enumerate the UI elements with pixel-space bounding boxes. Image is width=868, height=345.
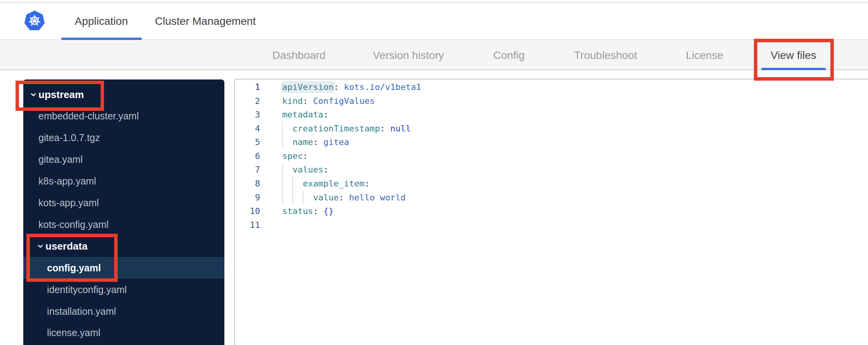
indent-guide — [282, 122, 283, 136]
code-line-7[interactable]: 7 values: — [235, 163, 868, 177]
tree-file-installation-yaml[interactable]: installation.yaml — [23, 300, 224, 322]
line-number: 10 — [235, 204, 260, 218]
code-line-9[interactable]: 9 value: hello world — [235, 191, 868, 205]
indent-guide — [303, 191, 304, 205]
code-token — [339, 82, 344, 92]
code-line-6[interactable]: 6spec: — [235, 149, 868, 163]
tree-file-identityconfig-yaml[interactable]: identityconfig.yaml — [23, 279, 224, 300]
code-token: spec — [282, 151, 303, 161]
file-tree-sidebar: upstreamembedded-cluster.yamlgitea-1.0.7… — [23, 79, 224, 345]
code-line-text: apiVersion: kots.io/v1beta1 — [282, 80, 868, 94]
line-number: 5 — [235, 135, 260, 149]
code-token: : — [323, 110, 328, 119]
code-token: values — [293, 165, 323, 174]
tab-troubleshoot[interactable]: Troubleshoot — [574, 41, 637, 69]
code-line-1[interactable]: 1apiVersion: kots.io/v1beta1 — [235, 80, 868, 94]
code-token — [282, 165, 293, 174]
tree-item-label: kots-app.yaml — [38, 197, 99, 209]
code-token — [318, 137, 323, 147]
code-token — [282, 124, 293, 133]
code-line-text: status: {} — [282, 204, 868, 218]
tree-item-label: gitea.yaml — [38, 154, 83, 165]
tree-item-label: k8s-app.yaml — [38, 176, 96, 187]
code-token: ConfigValues — [313, 96, 375, 106]
code-token: : — [333, 82, 339, 92]
tree-file-k8s-app-yaml[interactable]: k8s-app.yaml — [23, 171, 224, 192]
code-token: null — [390, 124, 411, 133]
tree-file-kots-app-yaml[interactable]: kots-app.yaml — [23, 192, 224, 214]
tab-cluster-management[interactable]: Cluster Management — [155, 3, 256, 40]
tab-dashboard[interactable]: Dashboard — [273, 41, 326, 69]
code-token — [282, 193, 313, 202]
annotation-box-view-files — [754, 39, 834, 81]
line-number: 4 — [235, 122, 260, 136]
code-token: name — [293, 137, 313, 147]
tree-item-label: embedded-cluster.yaml — [38, 110, 139, 122]
code-line-text: spec: — [282, 149, 868, 163]
line-number: 7 — [235, 163, 260, 177]
tab-application[interactable]: Application — [75, 3, 128, 40]
code-line-4[interactable]: 4 creationTimestamp: null — [235, 122, 868, 136]
code-line-text: values: — [282, 163, 868, 177]
annotation-box-upstream — [16, 81, 104, 111]
code-token: value — [313, 193, 339, 202]
file-content-editor[interactable]: 1apiVersion: kots.io/v1beta12kind: Confi… — [234, 79, 868, 345]
code-token: status — [282, 206, 313, 216]
code-line-text: creationTimestamp: null — [282, 122, 868, 136]
code-token: example_item — [303, 179, 365, 188]
indent-guide — [292, 177, 293, 191]
line-number: 6 — [235, 149, 260, 163]
code-token — [308, 96, 313, 106]
tree-item-label: kots-config.yaml — [38, 219, 109, 230]
line-number: 11 — [235, 218, 260, 232]
tab-config[interactable]: Config — [493, 41, 525, 69]
tab-license[interactable]: License — [686, 41, 724, 69]
code-token: : — [365, 179, 370, 188]
tab-version-history[interactable]: Version history — [373, 41, 444, 69]
tree-file-kots-config-yaml[interactable]: kots-config.yaml — [23, 214, 224, 235]
indent-guide — [282, 163, 283, 177]
tree-item-label: installation.yaml — [47, 306, 116, 317]
code-token: : — [323, 165, 328, 174]
code-token: kind — [282, 96, 303, 106]
code-token: : — [313, 206, 318, 216]
application-tab-active-underline — [61, 38, 142, 40]
code-token: metadata — [282, 110, 323, 119]
tree-file-license-yaml[interactable]: license.yaml — [23, 322, 224, 344]
code-line-10[interactable]: 10status: {} — [235, 204, 868, 218]
code-token: : — [380, 124, 385, 133]
line-number: 8 — [235, 177, 260, 191]
code-line-text: metadata: — [282, 108, 868, 122]
code-line-5[interactable]: 5 name: gitea — [235, 135, 868, 149]
annotation-box-userdata-config — [26, 234, 118, 282]
code-line-2[interactable]: 2kind: ConfigValues — [235, 94, 868, 108]
tree-item-label: identityconfig.yaml — [47, 284, 127, 295]
app-header: Application Cluster Management — [0, 3, 868, 40]
code-token: gitea — [323, 137, 349, 147]
tree-file-gitea-1-0-7-tgz[interactable]: gitea-1.0.7.tgz — [23, 127, 224, 149]
kots-admin-console: Application Cluster Management Dashboard… — [0, 0, 868, 345]
code-token: kots.io/v1beta1 — [344, 82, 421, 92]
code-token — [282, 137, 293, 147]
code-token: creationTimestamp — [293, 124, 380, 133]
line-number: 2 — [235, 94, 260, 108]
app-nav-bar: Dashboard Version history Config Trouble… — [0, 41, 868, 70]
line-number: 3 — [235, 108, 260, 122]
indent-guide — [292, 191, 293, 205]
code-token: {} — [323, 206, 334, 216]
indent-guide — [282, 135, 283, 149]
line-number: 1 — [235, 80, 260, 94]
code-token: : — [303, 96, 308, 106]
code-line-text: kind: ConfigValues — [282, 94, 868, 108]
tree-file-gitea-yaml[interactable]: gitea.yaml — [23, 149, 224, 171]
code-line-11[interactable]: 11 — [235, 218, 868, 232]
code-token: : — [313, 137, 318, 147]
code-line-8[interactable]: 8 example_item: — [235, 177, 868, 191]
code-token: : — [303, 151, 308, 161]
code-line-3[interactable]: 3metadata: — [235, 108, 868, 122]
code-token: hello world — [349, 193, 406, 202]
line-number: 9 — [235, 191, 260, 205]
code-line-text: example_item: — [282, 177, 868, 191]
code-token — [385, 124, 390, 133]
code-line-text: value: hello world — [282, 191, 868, 205]
